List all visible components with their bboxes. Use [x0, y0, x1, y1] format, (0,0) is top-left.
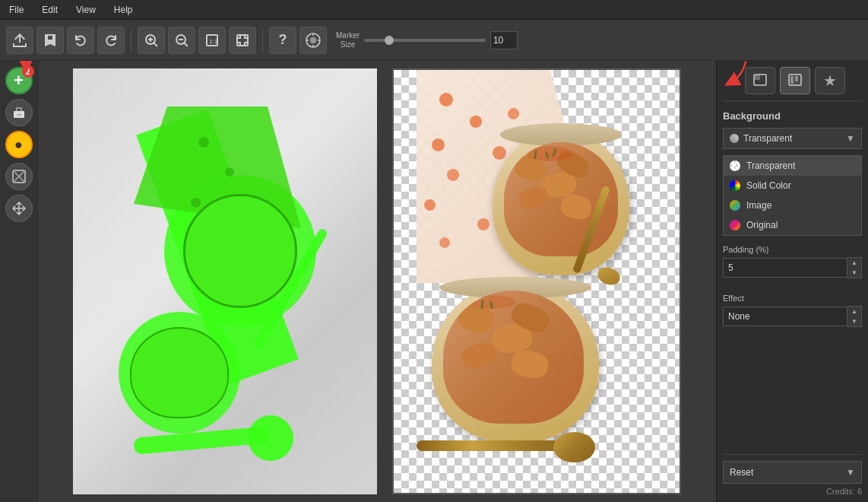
effect-label: Effect — [723, 294, 862, 303]
effect-input[interactable] — [723, 307, 847, 326]
result-image-panel — [392, 68, 681, 494]
main-area: + 2 ● — [0, 61, 868, 502]
background-options-list: Transparent Solid Color Image Original — [723, 155, 862, 236]
padding-field-row: ▲ ▼ — [723, 257, 862, 278]
reset-button[interactable]: Reset ▼ — [723, 461, 862, 484]
image-icon — [730, 200, 740, 211]
save-to-disk-button[interactable] — [6, 27, 33, 54]
bg-option-transparent-label: Transparent — [746, 160, 795, 171]
bg-option-transparent[interactable]: Transparent — [724, 156, 861, 176]
background-dropdown-value: Transparent — [743, 133, 792, 144]
tab-adjust-button[interactable] — [780, 67, 810, 94]
bg-option-original[interactable]: Original — [724, 215, 861, 235]
padding-input[interactable] — [723, 258, 847, 278]
refine-button[interactable] — [5, 163, 33, 190]
zoom-fit-button[interactable] — [229, 27, 256, 54]
menu-help[interactable]: Help — [111, 3, 136, 17]
svg-text:1:1: 1:1 — [209, 38, 218, 45]
original-image — [73, 68, 377, 494]
marker-size-input[interactable] — [490, 31, 518, 49]
svg-rect-18 — [17, 114, 21, 116]
auto-select-button[interactable] — [299, 27, 327, 54]
bg-option-image-label: Image — [746, 200, 771, 211]
svg-rect-23 — [790, 76, 794, 84]
effect-stepper: ▲ ▼ — [847, 306, 862, 327]
bg-option-image[interactable]: Image — [724, 195, 861, 215]
add-brush-badge: 2 — [22, 65, 34, 78]
zoom-1to1-button[interactable]: 1:1 — [198, 27, 226, 54]
original-icon — [730, 220, 740, 230]
svg-point-11 — [310, 37, 316, 43]
padding-section: Padding (%) ▲ ▼ — [723, 245, 862, 286]
erase-brush-button[interactable] — [5, 99, 33, 126]
canvas-area — [38, 61, 716, 502]
undo-button[interactable] — [67, 27, 94, 54]
effect-up-button[interactable]: ▲ — [847, 307, 861, 316]
zoom-in-button[interactable] — [138, 27, 165, 54]
bg-option-original-label: Original — [746, 220, 778, 230]
bg-option-solid-label: Solid Color — [746, 180, 791, 191]
bg-option-solid[interactable]: Solid Color — [724, 176, 861, 195]
svg-rect-21 — [754, 75, 760, 80]
solid-color-icon — [730, 180, 740, 191]
dropdown-arrow-icon: ▼ — [846, 133, 855, 144]
move-button[interactable] — [5, 195, 33, 222]
menu-view[interactable]: View — [73, 3, 99, 17]
padding-label: Padding (%) — [723, 245, 862, 254]
credits-text: Credits: 6 — [723, 484, 862, 496]
right-tabs: 1 ★ — [723, 67, 862, 101]
effect-field-row: ▲ ▼ — [723, 306, 862, 327]
transparent-icon — [730, 160, 740, 171]
marker-size-label: Marker — [336, 31, 360, 40]
effect-down-button[interactable]: ▼ — [847, 316, 861, 326]
padding-up-button[interactable]: ▲ — [847, 258, 861, 268]
original-image-panel — [73, 68, 377, 494]
marker-size-slider[interactable] — [364, 39, 486, 42]
padding-stepper: ▲ ▼ — [847, 257, 862, 278]
save-button[interactable] — [36, 27, 64, 54]
reset-dropdown-icon: ▼ — [846, 467, 855, 478]
effect-section: Effect ▲ ▼ — [723, 294, 862, 335]
result-image-content — [394, 70, 680, 493]
help-button[interactable]: ? — [269, 27, 296, 54]
svg-line-5 — [184, 43, 188, 46]
tab-layers-button[interactable] — [745, 67, 775, 94]
background-section: Background Transparent ▼ Transparent Sol… — [723, 110, 862, 245]
toolbar-sep-1 — [131, 29, 131, 52]
background-dropdown[interactable]: Transparent ▼ — [723, 128, 862, 149]
marker-size-control: Marker Size — [336, 31, 518, 49]
result-panel — [392, 68, 681, 494]
tab-favorites-button[interactable]: ★ — [815, 67, 845, 94]
toolbar-sep-2 — [262, 29, 263, 52]
color-button[interactable]: ● — [5, 131, 33, 158]
redo-button[interactable] — [97, 27, 125, 54]
svg-rect-9 — [237, 35, 248, 46]
right-panel: 1 ★ Backgrou — [716, 61, 868, 502]
menubar: File Edit View Help — [0, 0, 868, 20]
svg-rect-24 — [795, 76, 798, 81]
background-title: Background — [723, 110, 862, 122]
reset-label: Reset — [730, 467, 753, 478]
zoom-out-button[interactable] — [168, 27, 195, 54]
marker-size-label2: Size — [336, 40, 360, 49]
menu-file[interactable]: File — [6, 3, 27, 17]
padding-down-button[interactable]: ▼ — [847, 268, 861, 278]
reset-area: Reset ▼ Credits: 6 — [723, 454, 862, 496]
left-toolbar: + 2 ● — [0, 61, 38, 502]
svg-line-1 — [154, 43, 157, 46]
toolbar: 1:1 ? Marker Size — [0, 20, 868, 61]
add-brush-button[interactable]: + 2 — [5, 67, 33, 94]
menu-edit[interactable]: Edit — [39, 3, 61, 17]
